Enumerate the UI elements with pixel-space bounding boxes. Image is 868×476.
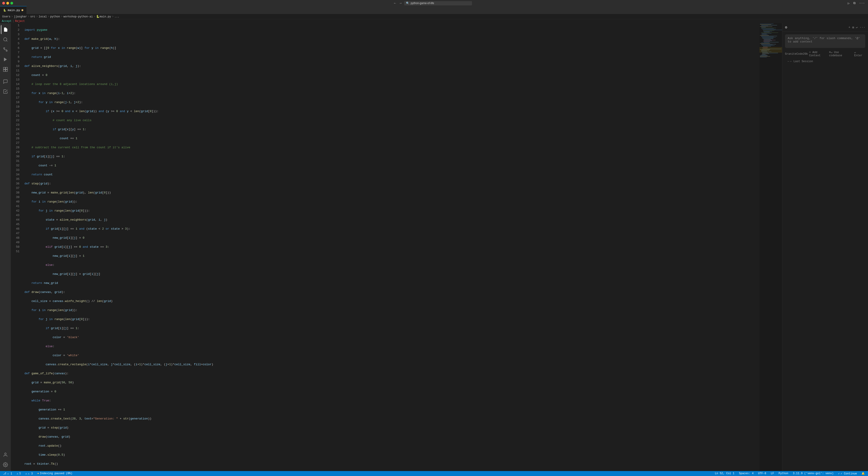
breadcrumb-src[interactable]: src (30, 15, 35, 18)
code-line: if (x >= 0 and x < len(grid)) and (y >= … (24, 109, 757, 114)
code-line: for j in range(len(grid[0])): (24, 317, 757, 321)
svg-rect-42 (761, 45, 773, 45)
split-editor-icon[interactable]: ⧉ (852, 1, 857, 5)
breadcrumb-python[interactable]: python (50, 15, 60, 18)
svg-rect-7 (3, 70, 5, 71)
back-button[interactable]: ← (393, 1, 397, 5)
ai-more-icon[interactable]: ··· (860, 26, 865, 29)
code-line: for i in range(len(grid)): (24, 308, 757, 313)
spaces-status[interactable]: Spaces: 4 (738, 472, 754, 475)
svg-rect-41 (761, 44, 776, 44)
reject-button[interactable]: Reject (15, 20, 25, 23)
ai-add-icon[interactable]: + (848, 26, 850, 29)
sidebar-item-source-control[interactable] (1, 45, 10, 54)
accept-button[interactable]: Accept (2, 20, 11, 23)
sidebar-item-explorer[interactable] (1, 25, 10, 34)
code-line: elif grid[i][j] == 0 and state == 3: (24, 245, 757, 249)
ai-split-icon[interactable]: ⊞ (852, 26, 854, 29)
tab-main-py[interactable]: 🐍 main.py (0, 6, 27, 14)
editor-container: 12345 678910 1112131415 1617181920 21222… (11, 23, 782, 471)
git-branch-icon: ⎇ (3, 472, 6, 475)
breadcrumb-workshop[interactable]: workshop-python-ai (63, 15, 93, 18)
ai-enter-button[interactable]: ↵ Enter (854, 50, 865, 57)
continue-label: ✓ Continue (841, 472, 857, 475)
code-line: return grid (24, 55, 757, 60)
cursor-position-label: Ln 52, Col 1 (715, 472, 734, 475)
language-status[interactable]: Python (778, 472, 789, 475)
ai-prompt-input[interactable]: Ask anything, '/' for slash commands, '@… (785, 34, 865, 48)
sidebar-item-chat[interactable] (1, 77, 10, 86)
ai-context-left: GraniteCode20b + Add Context (785, 51, 829, 57)
code-editor[interactable]: 12345 678910 1112131415 1617181920 21222… (11, 23, 760, 471)
sidebar-item-extensions[interactable] (1, 65, 10, 74)
ai-input-area: Ask anything, '/' for slash commands, '@… (782, 32, 868, 471)
breadcrumb-local[interactable]: local (39, 15, 47, 18)
code-line: state = alive_neighbors(grid, i, j) (24, 218, 757, 222)
last-session-link[interactable]: ← ← Last Session (785, 58, 865, 65)
sidebar-item-settings[interactable] (1, 460, 10, 469)
errors-status[interactable]: ⚠ 1 (16, 472, 22, 475)
ai-history-icon[interactable]: ↩ (856, 26, 858, 29)
ai-model-label[interactable]: GraniteCode20b (785, 53, 808, 56)
cursor-position-status[interactable]: Ln 52, Col 1 (714, 472, 735, 475)
tab-label: main.py (8, 9, 20, 12)
code-line: root = tkinter.Tk() (24, 462, 757, 466)
continue-status[interactable]: ✓ ✓ Continue (837, 472, 858, 475)
forward-button[interactable]: → (399, 1, 402, 5)
svg-rect-40 (760, 43, 770, 44)
breadcrumb-user[interactable]: jjasghar (14, 15, 27, 18)
breadcrumb-file[interactable]: main.py (99, 15, 111, 18)
breadcrumb-more[interactable]: ... (115, 15, 119, 18)
language-label: Python (778, 472, 788, 475)
title-bar: ← → 🔍 ▷ ⧉ ··· (0, 0, 868, 6)
sidebar-item-testing[interactable] (1, 87, 10, 96)
status-left: ⎇ ⚠ 1 ⚠ 1 ⚠ ⚠ 3 ● Indexing paused (0%) (2, 472, 73, 475)
code-line: canvas.create_rectangle(i*cell_size, j*c… (24, 362, 757, 367)
git-branch-status[interactable]: ⎇ ⚠ 1 (2, 472, 13, 475)
sidebar-item-run[interactable] (1, 55, 10, 64)
code-line: else: (24, 344, 757, 349)
run-icon[interactable]: ▷ (847, 1, 850, 6)
svg-rect-5 (3, 67, 5, 69)
warnings-status[interactable]: ⚠ ⚠ 3 (24, 472, 34, 475)
svg-rect-58 (760, 56, 768, 56)
code-line: time.sleep(0.5) (24, 453, 757, 457)
code-line: count -= 1 (24, 163, 757, 168)
notifications-status[interactable]: 🔔 (861, 472, 866, 475)
code-line: new_grid[i][j] = 0 (24, 236, 757, 240)
code-line: count += 1 (24, 136, 757, 141)
svg-rect-39 (761, 43, 769, 43)
indexing-status[interactable]: ● Indexing paused (0%) (36, 472, 73, 475)
code-line: new_grid[i][j] = grid[i][j] (24, 272, 757, 276)
code-line: # loop over the 8 adjacent locations aro… (24, 82, 757, 87)
svg-marker-4 (4, 58, 7, 62)
sidebar-item-search[interactable] (1, 35, 10, 44)
line-ending-status[interactable]: LF (770, 472, 775, 475)
svg-rect-37 (763, 41, 770, 42)
encoding-status[interactable]: UTF-8 (757, 472, 767, 475)
minimap[interactable] (760, 23, 782, 471)
warning-count: ⚠ 3 (28, 472, 33, 475)
breadcrumb-users[interactable]: Users (2, 15, 10, 18)
close-button[interactable] (2, 2, 5, 4)
ai-settings-icon[interactable]: ⚙ (785, 25, 787, 30)
code-line: if grid[i][j] == 1: (24, 155, 757, 159)
main-area: 12345 678910 1112131415 1617181920 21222… (0, 23, 868, 471)
code-line: grid = make_grid(50, 50) (24, 380, 757, 385)
ai-add-context-button[interactable]: + Add Context (809, 51, 829, 57)
more-actions-icon[interactable]: ··· (858, 1, 866, 5)
svg-rect-6 (6, 67, 7, 69)
code-line: for i in range(len(grid)): (24, 200, 757, 204)
code-line: def alive_neighbors(grid, i, j): (24, 64, 757, 68)
code-line: def game_of_life(canvas): (24, 371, 757, 376)
ai-use-codebase-button[interactable]: ⌘↵ Use codebase (829, 50, 853, 57)
python-version-status[interactable]: 3.11.9 ('venv-gol': venv) (792, 472, 835, 475)
sidebar-item-accounts[interactable] (1, 450, 10, 459)
status-bar: ⎇ ⚠ 1 ⚠ 1 ⚠ ⚠ 3 ● Indexing paused (0%) L… (0, 471, 868, 476)
minimize-button[interactable] (6, 2, 9, 4)
code-line: cell_size = canvas.winfo_height() // len… (24, 299, 757, 304)
git-branch-label: ⚠ 1 (7, 472, 12, 475)
maximize-button[interactable] (10, 2, 13, 4)
search-input[interactable] (411, 2, 465, 5)
search-bar[interactable]: 🔍 (404, 1, 472, 5)
